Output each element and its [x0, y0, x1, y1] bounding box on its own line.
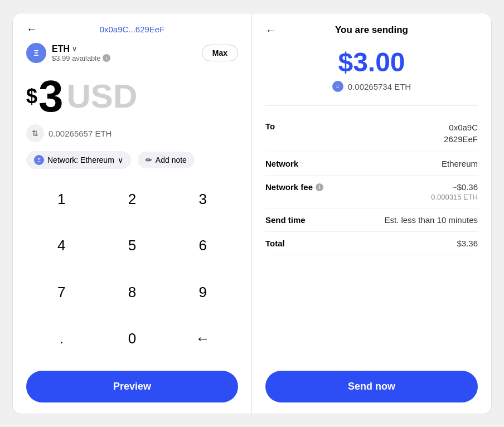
eth-icon: Ξ [26, 43, 46, 63]
to-address-line1: 0x0a9C [444, 122, 478, 133]
left-header: ← 0x0a9C...629EeF [26, 25, 238, 34]
token-row: Ξ ETH ∨ $3.99 available i Max [26, 43, 238, 63]
send-panel: ← 0x0a9C...629EeF Ξ ETH ∨ $3.99 availabl… [13, 13, 252, 414]
max-button[interactable]: Max [202, 45, 238, 61]
divider [265, 105, 478, 106]
fee-eth-value: 0.000315 ETH [431, 193, 478, 201]
network-detail-value: Ethereum [442, 159, 478, 168]
to-row: To 0x0a9C 2629EeF [265, 115, 478, 152]
send-time-row: Send time Est. less than 10 minutes [265, 208, 478, 232]
app-container: ← 0x0a9C...629EeF Ξ ETH ∨ $3.99 availabl… [12, 13, 492, 414]
numpad-key-2[interactable]: 2 [97, 180, 168, 218]
preview-button[interactable]: Preview [26, 371, 238, 402]
numpad-key-1[interactable]: 1 [26, 180, 97, 218]
to-label: To [265, 122, 275, 131]
sending-usd-amount: $3.00 [265, 47, 478, 77]
swap-currency-button[interactable]: ⇅ [26, 124, 44, 142]
numpad-key-0[interactable]: 0 [97, 320, 168, 358]
to-address: 0x0a9C 2629EeF [444, 122, 478, 145]
numpad-key-8[interactable]: 8 [97, 273, 168, 311]
sending-eth-row: Ξ 0.00265734 ETH [265, 81, 478, 92]
send-now-button[interactable]: Send now [265, 371, 478, 402]
network-detail-row: Network Ethereum [265, 152, 478, 176]
total-value: $3.36 [457, 239, 478, 248]
confirm-title: You are sending [335, 25, 408, 36]
token-name: ETH ∨ [52, 44, 110, 54]
sending-eth-amount: 0.00265734 ETH [348, 82, 411, 91]
eth-equivalent-row: ⇅ 0.00265657 ETH [26, 124, 238, 142]
fee-usd-value: ~$0.36 [431, 182, 478, 192]
to-address-line2: 2629EeF [444, 133, 478, 145]
network-row: Ξ Network: Ethereum ∨ ✏ Add note [26, 151, 238, 169]
left-back-button[interactable]: ← [26, 23, 37, 36]
right-back-button[interactable]: ← [265, 24, 277, 37]
network-detail-label: Network [265, 159, 298, 168]
total-row: Total $3.36 [265, 232, 478, 255]
details-container: To 0x0a9C 2629EeF Network Ethereum Netwo… [265, 115, 478, 402]
sending-eth-icon: Ξ [332, 81, 343, 92]
amount-display: $ 3 USD [26, 74, 238, 119]
right-header: ← You are sending [265, 25, 478, 36]
add-note-button[interactable]: ✏ Add note [138, 152, 195, 168]
amount-number: 3 [38, 74, 64, 119]
network-label: Network: Ethereum [47, 156, 114, 164]
network-chevron-icon: ∨ [118, 156, 123, 164]
send-time-label: Send time [265, 215, 306, 225]
token-info[interactable]: Ξ ETH ∨ $3.99 available i [26, 43, 110, 63]
info-icon: i [103, 54, 110, 62]
numpad-key-7[interactable]: 7 [26, 273, 97, 311]
backspace-key[interactable]: ← [167, 320, 238, 358]
numpad-key-6[interactable]: 6 [167, 227, 238, 265]
token-text: ETH ∨ $3.99 available i [52, 44, 110, 62]
total-label: Total [265, 239, 285, 248]
fee-value-group: ~$0.36 0.000315 ETH [431, 182, 478, 201]
numpad-key-3[interactable]: 3 [167, 180, 238, 218]
numpad-key-9[interactable]: 9 [167, 273, 238, 311]
wallet-address: 0x0a9C...629EeF [100, 25, 165, 34]
network-eth-icon: Ξ [34, 155, 44, 165]
fee-info-icon: i [316, 183, 323, 191]
dollar-sign: $ [26, 85, 37, 108]
fee-row: Network fee i ~$0.36 0.000315 ETH [265, 176, 478, 208]
decimal-key[interactable]: . [26, 320, 97, 358]
network-selector[interactable]: Ξ Network: Ethereum ∨ [26, 151, 131, 169]
numpad-key-4[interactable]: 4 [26, 227, 97, 265]
fee-label: Network fee i [265, 182, 323, 192]
token-chevron-icon: ∨ [72, 45, 77, 53]
eth-amount: 0.00265657 ETH [49, 129, 112, 138]
amount-currency: USD [67, 80, 138, 113]
numpad-key-5[interactable]: 5 [97, 227, 168, 265]
send-time-value: Est. less than 10 minutes [384, 215, 478, 225]
numpad: 123456789.0← [26, 180, 238, 366]
add-note-label: Add note [156, 156, 187, 164]
sending-amount-section: $3.00 Ξ 0.00265734 ETH [265, 47, 478, 92]
token-balance: $3.99 available i [52, 54, 110, 62]
confirm-panel: ← You are sending $3.00 Ξ 0.00265734 ETH… [252, 13, 491, 414]
pencil-icon: ✏ [146, 156, 152, 164]
